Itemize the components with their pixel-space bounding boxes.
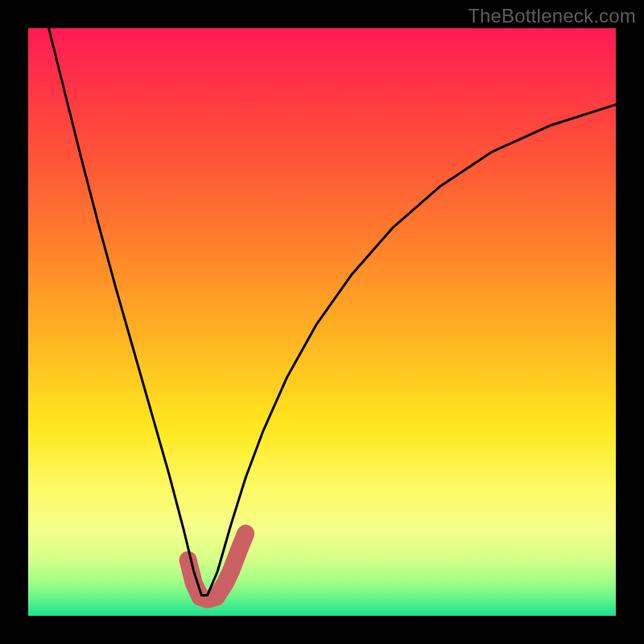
bottleneck-chart [28,28,616,616]
watermark-text: TheBottleneck.com [468,5,636,27]
chart-frame: TheBottleneck.com [0,0,644,644]
chart-background [28,28,616,616]
